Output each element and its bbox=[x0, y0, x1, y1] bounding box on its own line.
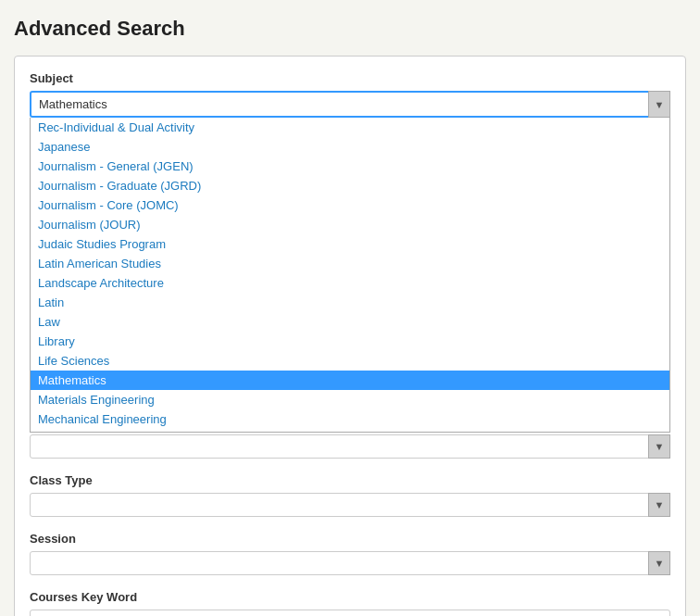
subject-label: Subject bbox=[30, 71, 670, 85]
arrow-icon: ▼ bbox=[655, 99, 665, 110]
page-title: Advanced Search bbox=[14, 17, 686, 41]
keyword-label: Courses Key Word bbox=[30, 590, 670, 604]
subject-select-wrapper[interactable]: Mathematics ▼ bbox=[30, 91, 670, 118]
session-arrow[interactable]: ▼ bbox=[648, 551, 670, 575]
class-type-label: Class Type bbox=[30, 473, 670, 487]
class-type-arrow[interactable]: ▼ bbox=[648, 493, 670, 517]
keyword-input[interactable] bbox=[30, 610, 670, 616]
class-type-section: Class Type ▼ bbox=[30, 473, 670, 517]
subject-extra-wrapper[interactable]: ▼ bbox=[30, 434, 670, 459]
list-item[interactable]: Latin American Studies bbox=[31, 254, 669, 273]
session-wrapper[interactable]: ▼ bbox=[30, 551, 670, 575]
list-item[interactable]: Journalism - Graduate (JGRD) bbox=[31, 176, 669, 195]
list-item[interactable]: Journalism - General (JGEN) bbox=[31, 157, 669, 176]
class-type-wrapper[interactable]: ▼ bbox=[30, 493, 670, 517]
subject-extra-arrow[interactable]: ▼ bbox=[648, 434, 670, 459]
subject-section: Subject Mathematics ▼ Rec-Individual & D… bbox=[30, 71, 670, 459]
subject-dropdown-arrow[interactable]: ▼ bbox=[648, 91, 670, 118]
class-type-select[interactable] bbox=[30, 493, 670, 517]
class-type-arrow-icon: ▼ bbox=[655, 499, 665, 510]
session-select[interactable] bbox=[30, 551, 670, 575]
subject-extra-select[interactable] bbox=[30, 434, 670, 459]
list-item[interactable]: Rec-Individual & Dual Activity bbox=[31, 118, 669, 137]
list-item[interactable]: Materials Engineering bbox=[31, 390, 669, 409]
session-label: Session bbox=[30, 532, 670, 546]
list-item[interactable]: Judaic Studies Program bbox=[31, 234, 669, 254]
list-item[interactable]: Meteorology bbox=[31, 429, 669, 433]
list-item[interactable]: Japanese bbox=[31, 137, 669, 157]
subject-select-display[interactable]: Mathematics bbox=[30, 91, 670, 118]
session-section: Session ▼ bbox=[30, 532, 670, 575]
list-item[interactable]: Library bbox=[31, 332, 669, 351]
session-arrow-icon: ▼ bbox=[655, 558, 665, 569]
keyword-section: Courses Key Word bbox=[30, 590, 670, 616]
list-item[interactable]: Mathematics bbox=[31, 371, 669, 390]
subject-dropdown-list[interactable]: Rec-Individual & Dual ActivityJapaneseJo… bbox=[30, 118, 670, 433]
list-item[interactable]: Latin bbox=[31, 293, 669, 312]
list-item[interactable]: Law bbox=[31, 312, 669, 332]
list-item[interactable]: Mechanical Engineering bbox=[31, 409, 669, 429]
list-item[interactable]: Journalism - Core (JOMC) bbox=[31, 195, 669, 215]
list-item[interactable]: Landscape Architecture bbox=[31, 273, 669, 293]
list-item[interactable]: Journalism (JOUR) bbox=[31, 215, 669, 234]
list-item[interactable]: Life Sciences bbox=[31, 351, 669, 371]
main-panel: Subject Mathematics ▼ Rec-Individual & D… bbox=[14, 56, 686, 616]
arrow-icon-2: ▼ bbox=[655, 441, 665, 452]
